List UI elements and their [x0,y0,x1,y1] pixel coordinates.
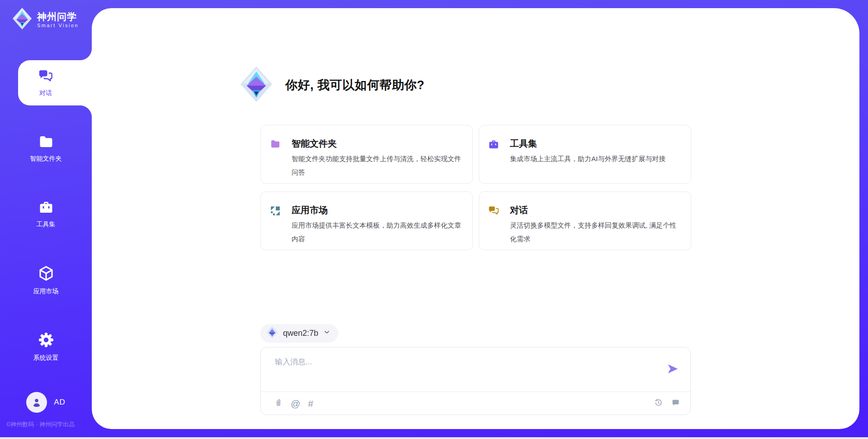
folder-icon [37,134,55,150]
card-title: 对话 [510,205,681,215]
card-title: 工具集 [510,138,681,149]
model-selector[interactable]: qwen2:7b [260,324,338,343]
user-name: AD [54,398,66,407]
card-description: 集成市场上主流工具，助力AI与外界无缝扩展与对接 [510,152,681,166]
card-description: 应用市场提供丰富长文本模板，助力高效生成多样化文章内容 [292,219,462,246]
paperclip-icon [274,398,283,409]
brand-name: 神州问学 [37,11,79,22]
card-smart-folder[interactable]: 智能文件夹 智能文件夹功能支持批量文件上传与清洗，轻松实现文件问答 [260,125,473,184]
sidebar-item-label: 对话 [39,89,52,97]
grid-icon [269,205,283,250]
sidebar-item-app-market[interactable]: 应用市场 [0,264,92,296]
brand-subtitle: Smart Vision [37,23,79,28]
message-input[interactable] [275,357,666,387]
card-description: 智能文件夹功能支持批量文件上传与清洗，轻松实现文件问答 [292,152,462,179]
hash-icon: # [308,399,313,408]
brand-logo: 神州问学 Smart Vision [12,7,79,32]
greeting: 你好, 我可以如何帮助你? [239,66,691,105]
composer-toolbar: @ # [261,391,690,415]
card-description: 灵活切换多模型文件，支持多样回复效果调试, 满足个性化需求 [510,219,681,246]
window-bottom-edge [0,437,868,439]
sidebar-item-label: 应用市场 [33,287,59,296]
card-chat[interactable]: 对话 灵活切换多模型文件，支持多样回复效果调试, 满足个性化需求 [479,191,691,250]
toolbox-icon [487,138,501,183]
new-chat-button[interactable] [671,398,680,409]
mention-button[interactable]: @ [291,399,300,408]
card-toolset[interactable]: 工具集 集成市场上主流工具，助力AI与外界无缝扩展与对接 [479,125,691,184]
at-icon: @ [291,399,300,408]
sidebar-item-smart-folder[interactable]: 智能文件夹 [0,134,92,163]
card-app-market[interactable]: 应用市场 应用市场提供丰富长文本模板，助力高效生成多样化文章内容 [260,191,473,250]
diamond-logo-icon [266,326,278,341]
sidebar-item-toolset[interactable]: 工具集 [0,199,92,229]
gear-icon [37,331,55,349]
user-profile[interactable]: AD [0,392,92,413]
diamond-logo-icon [12,7,33,32]
diamond-logo-icon [239,66,274,105]
attach-file-button[interactable] [274,398,283,409]
feature-cards: 智能文件夹 智能文件夹功能支持批量文件上传与清洗，轻松实现文件问答 工具集 [260,125,691,250]
toolbox-icon [38,199,55,215]
sidebar-footer: ©神州数码 · 神州问学出品 [6,420,75,429]
sidebar-item-chat[interactable]: 对话 [18,60,92,105]
message-composer: @ # [260,347,691,415]
comment-icon [671,398,680,409]
sidebar: 神州问学 Smart Vision 对话 智能文件夹 [0,0,92,439]
card-title: 智能文件夹 [292,138,462,149]
sidebar-item-label: 系统设置 [33,354,59,362]
history-icon [654,398,663,409]
cube-icon [37,264,55,282]
hashtag-button[interactable]: # [308,399,313,408]
sidebar-item-settings[interactable]: 系统设置 [0,331,92,362]
chat-icon [37,68,54,85]
chat-icon [487,205,501,250]
avatar [26,392,47,413]
model-name: qwen2:7b [283,329,318,338]
history-button[interactable] [654,398,663,409]
card-title: 应用市场 [292,205,462,215]
chevron-down-icon [323,329,330,338]
sidebar-item-label: 工具集 [37,220,56,229]
main-content-panel: 你好, 我可以如何帮助你? 智能文件夹 智能文件夹功能支持批量文件上传与清洗，轻… [92,8,859,429]
sidebar-item-label: 智能文件夹 [30,155,62,163]
folder-icon [269,138,283,183]
greeting-title: 你好, 我可以如何帮助你? [285,77,425,93]
send-button[interactable] [666,363,679,376]
